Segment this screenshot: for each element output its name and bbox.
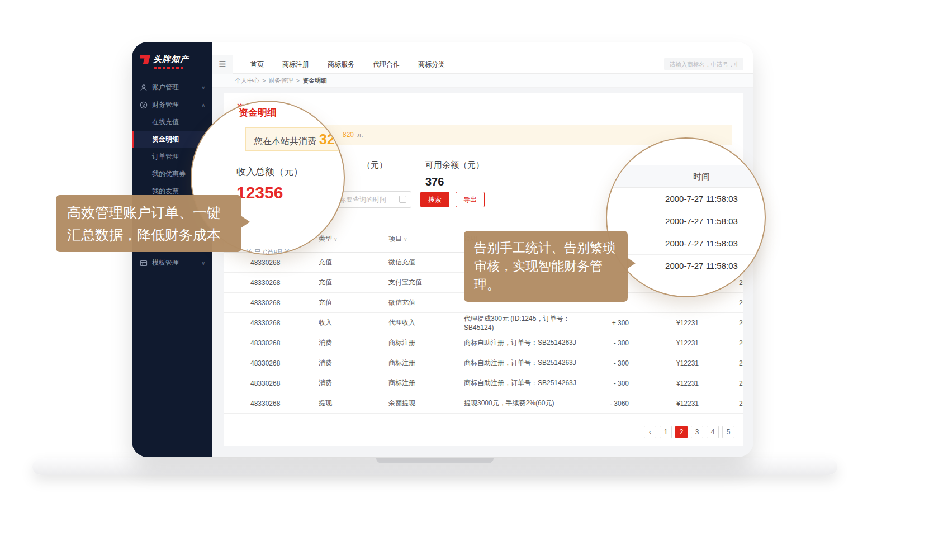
cell-balance: ¥12231	[629, 379, 699, 387]
search-button[interactable]: 搜索	[420, 192, 449, 207]
header-project[interactable]: 项目∨	[388, 234, 464, 244]
breadcrumb-current: 资金明细	[302, 77, 327, 85]
banner-tail-text: 820元	[343, 125, 363, 145]
stat-expense: （元）	[362, 160, 387, 170]
brand-logo-icon	[140, 55, 150, 64]
callout-left: 高效管理账户订单、一键汇总数据，降低财务成本	[56, 195, 241, 252]
magnified-card-tab: 资金明细	[239, 106, 277, 119]
cell-project: 代理收入	[388, 318, 464, 328]
stat-balance: 可用余额（元） 376	[425, 160, 484, 188]
cell-balance: ¥12231	[629, 319, 699, 327]
pagination-page-1[interactable]: 1	[660, 426, 672, 438]
header-type[interactable]: 类型∨	[319, 234, 388, 244]
pagination: ‹ 1 2 3 4 5	[644, 426, 734, 438]
cell-amount: - 300	[598, 379, 629, 387]
brand-tagline-marks	[154, 67, 185, 69]
nav-tab-services[interactable]: 商标服务	[328, 60, 354, 69]
sidebar-item-account[interactable]: 账户管理 ∨	[132, 79, 212, 96]
export-button[interactable]: 导出	[456, 192, 485, 207]
pagination-prev-button[interactable]: ‹	[644, 426, 656, 438]
cell-type: 充值	[319, 298, 388, 307]
cell-order: 48330268	[250, 279, 319, 287]
table-row[interactable]: 48330268 消费 商标注册 商标自助注册，订单号：SB2514263J -…	[224, 333, 743, 353]
breadcrumb-separator: >	[262, 77, 266, 84]
magnified-time-header: 时间	[607, 165, 765, 188]
cell-time: 2000-7-27 11:58:03	[699, 339, 743, 347]
sidebar-item-recharge[interactable]: 在线充值	[132, 113, 212, 131]
sort-caret-icon[interactable]: ∨	[334, 236, 338, 242]
cell-time: 2000-7-27 11:58:03	[699, 299, 743, 307]
cell-type: 消费	[319, 378, 388, 388]
stat-label: 可用余额（元）	[425, 160, 484, 170]
banner-unit: 元	[356, 131, 363, 139]
sidebar-item-label: 模板管理	[152, 258, 179, 268]
pagination-page-5[interactable]: 5	[722, 426, 734, 438]
stat-label: （元）	[362, 160, 387, 170]
table-row[interactable]: 48330268 收入 代理收入 代理提成300元 (ID:1245，订单号：S…	[224, 313, 743, 333]
cell-time: 2000-7-27 11:58:03	[699, 359, 743, 367]
magnified-time-cell: 2000-7-27 11:58:03	[607, 210, 765, 232]
breadcrumb-item[interactable]: 财务管理	[268, 77, 293, 85]
breadcrumb-item[interactable]: 个人中心	[235, 77, 259, 85]
sidebar-item-label: 资金明细	[152, 135, 179, 144]
pagination-page-4[interactable]: 4	[707, 426, 719, 438]
laptop-base	[32, 458, 837, 475]
hamburger-menu-icon[interactable]: ☰	[212, 55, 233, 74]
cell-type: 消费	[319, 358, 388, 368]
cell-desc: 商标自助注册，订单号：SB2514263J	[464, 338, 598, 348]
cell-project: 微信充值	[388, 298, 464, 307]
user-icon	[140, 84, 148, 92]
cell-time: 2000-7-27 11:58:03	[699, 379, 743, 387]
nav-tab-agency[interactable]: 代理合作	[373, 60, 400, 69]
cell-project: 微信充值	[388, 258, 464, 267]
sidebar-item-finance[interactable]: 财务管理 ∧	[132, 96, 212, 113]
magnified-income-value: 12356	[236, 183, 283, 202]
magnifier-circle-right: 时间 2000-7-27 11:58:03 2000-7-27 11:58:03…	[606, 137, 766, 297]
template-icon	[140, 259, 148, 267]
cell-order: 48330268	[250, 359, 319, 367]
banner-tail-number: 820	[343, 131, 354, 139]
table-row[interactable]: 48330268 提现 余额提现 提现3000元，手续费2%(60元) - 30…	[224, 393, 743, 414]
cell-order: 48330268	[250, 299, 319, 307]
cell-desc: 提现3000元，手续费2%(60元)	[464, 398, 598, 408]
pagination-page-3[interactable]: 3	[691, 426, 703, 438]
cell-project: 支付宝充值	[388, 278, 464, 287]
chevron-down-icon: ∨	[201, 85, 205, 91]
calendar-icon[interactable]	[399, 196, 406, 203]
pagination-page-2-active[interactable]: 2	[675, 426, 688, 438]
cell-order: 48330268	[250, 259, 319, 267]
cell-type: 充值	[319, 258, 388, 267]
cell-project: 余额提现	[388, 398, 464, 408]
brand-name: 头牌知产	[153, 54, 189, 65]
nav-tab-home[interactable]: 首页	[250, 60, 264, 69]
table-row[interactable]: 48330268 消费 商标注册 商标自助注册，订单号：SB2514263J -…	[224, 373, 743, 393]
sidebar-item-label: 财务管理	[152, 100, 179, 110]
cell-desc: 商标自助注册，订单号：SB2514263J	[464, 378, 598, 388]
brand: 头牌知产	[132, 42, 212, 74]
trademark-search-input[interactable]	[664, 58, 743, 70]
page: 头牌知产 账户管理 ∨ 财务管理 ∧	[0, 0, 948, 560]
nav-tab-classes[interactable]: 商标分类	[418, 60, 445, 69]
cell-amount: - 300	[598, 359, 629, 367]
top-navbar: ☰ 首页 商标注册 商标服务 代理合作 商标分类	[212, 42, 753, 74]
sidebar-item-label: 我的优惠券	[152, 169, 186, 179]
chevron-up-icon: ∧	[201, 102, 205, 108]
sidebar-item-label: 订单管理	[152, 152, 179, 162]
cell-type: 收入	[319, 318, 388, 328]
callout-right: 告别手工统计、告别繁琐审核，实现智能财务管理。	[464, 231, 628, 302]
cell-project: 商标注册	[388, 358, 464, 368]
nav-tab-register[interactable]: 商标注册	[282, 60, 309, 69]
cell-time: 2000-7-27 11:58:03	[699, 319, 743, 327]
cell-order: 48330268	[250, 319, 319, 327]
cell-type: 充值	[319, 278, 388, 287]
sort-caret-icon[interactable]: ∨	[404, 236, 407, 242]
cell-desc: 代理提成300元 (ID:1245，订单号：SB45124)	[464, 314, 598, 331]
cell-desc: 商标自助注册，订单号：SB2514263J	[464, 358, 598, 368]
cell-type: 提现	[319, 398, 388, 408]
sidebar-item-templates[interactable]: 模板管理 ∨	[132, 254, 212, 272]
nav-tabs: 首页 商标注册 商标服务 代理合作 商标分类	[250, 60, 445, 69]
cell-project: 商标注册	[388, 378, 464, 388]
cell-balance: ¥12231	[629, 359, 699, 367]
table-row[interactable]: 48330268 消费 商标注册 商标自助注册，订单号：SB2514263J -…	[224, 353, 743, 373]
cell-amount: + 300	[598, 319, 629, 327]
